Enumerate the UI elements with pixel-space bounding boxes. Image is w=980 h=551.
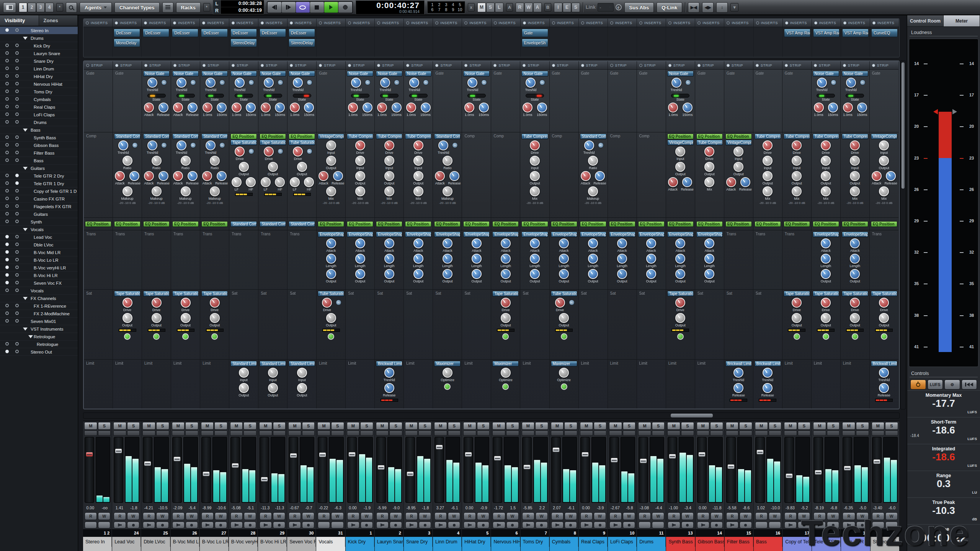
knob-gate[interactable] [232,103,242,112]
knob-input[interactable] [675,147,685,156]
knob-mix[interactable] [792,186,802,196]
module-on-button[interactable] [444,383,451,390]
track-row[interactable]: B-Voc Lo LR [0,256,78,264]
knob-output[interactable] [733,162,743,172]
write-automation-button[interactable]: W [156,512,168,520]
trans-slot[interactable]: EnvelopeShaperAttackLengthOutput [666,230,695,290]
write-automation-button[interactable]: W [127,512,139,520]
monitor-button[interactable] [755,522,768,528]
read-automation-button[interactable]: R [347,512,359,520]
width-adjust-button[interactable]: ◀▶ [702,2,714,13]
eq-position-slot[interactable]: EQ Position [520,218,549,230]
knob-treshld[interactable] [380,78,390,88]
module-on-button[interactable] [328,333,334,340]
strip-state-dot[interactable] [377,64,380,67]
fader-handle[interactable] [873,459,880,464]
link-indicator-button[interactable] [710,430,723,436]
eq-position-slot[interactable]: EQ Position [84,218,113,230]
gate-slot[interactable]: Noise GateTreshldscState1.0ms150ms [462,70,491,132]
fader-handle[interactable] [611,458,618,463]
strip-header[interactable]: STRIP [317,61,346,69]
module-title[interactable]: Noise Gate [667,71,694,77]
insert-slot-button[interactable]: VST Amp Rack [842,29,869,37]
listen-button[interactable] [856,522,869,528]
fader-track[interactable] [493,437,502,503]
knob-treshld[interactable] [671,78,681,88]
track-row[interactable]: Seven Voc FX [0,279,78,287]
track-group-row[interactable]: FX Channels [0,295,78,302]
knob-length[interactable] [355,254,365,264]
sidechain-button[interactable]: sc [481,80,487,85]
trans-slot[interactable]: EnvelopeShaperAttackLengthOutput [608,230,637,290]
listen-button[interactable] [769,522,781,528]
racks-button[interactable]: Racks [176,2,201,13]
marker-button[interactable]: 4 [450,2,456,7]
knob-length[interactable] [501,254,511,264]
solo-button[interactable]: S [331,422,344,430]
trans-slot[interactable]: Trans [782,230,811,290]
link-edit-button[interactable]: e [616,4,622,10]
fader-track[interactable] [697,437,707,503]
knob-output[interactable] [617,269,627,279]
sidechain-button[interactable]: sc [161,80,167,85]
write-automation-button[interactable]: W [652,512,664,520]
eq-position-chip[interactable]: EQ Position [347,221,373,227]
module-title[interactable]: EnvelopeShaper [405,231,431,237]
mute-button[interactable]: M [492,422,505,430]
knob-gate[interactable] [843,103,853,112]
eq-position-chip[interactable]: EQ Position [492,221,519,227]
gate-slot[interactable]: Noise GateTreshldscState1.0ms150ms [520,70,549,132]
sat-slot[interactable]: Sat [579,290,608,360]
knob-treshld[interactable] [147,140,157,150]
fader-handle[interactable] [552,447,560,452]
edit-channel-button[interactable] [463,430,476,436]
knob-treshld[interactable] [384,368,394,378]
solo-button[interactable]: S [302,422,315,430]
eq-position-chip[interactable]: EQ Position [580,221,606,227]
module-title[interactable]: Noise Gate [230,71,257,77]
module-title[interactable]: Tube Compressor [842,134,868,139]
go-to-next-marker-button[interactable] [282,2,296,13]
knob-input[interactable] [239,368,249,378]
track-row[interactable]: FX 1-REverence [0,302,78,310]
edit-channel-button[interactable] [288,430,301,436]
fader-track[interactable] [784,437,794,503]
zone-dot[interactable] [15,235,19,238]
fader-handle[interactable] [727,464,735,469]
chip-b[interactable]: B [544,3,551,11]
link-indicator-button[interactable] [506,430,519,436]
rwa-button-a[interactable]: A [533,3,542,12]
sidechain-button[interactable]: sc [161,142,167,148]
insert-slot-button[interactable]: DeEsser [143,29,169,37]
zone-dot[interactable] [15,258,19,261]
channel-name[interactable]: Bass [754,537,782,547]
knob-length[interactable] [588,254,598,264]
sat-slot[interactable]: Sat [84,290,113,360]
mute-button[interactable]: M [142,422,155,430]
rack-vertical-scrollbar[interactable] [900,60,906,409]
module-subtitle[interactable]: Tape Saturation [260,140,286,145]
module-title[interactable]: Tube Compressor [521,134,548,139]
listen-button[interactable] [98,522,110,528]
fader-track[interactable] [464,437,473,503]
collapse-triangle-icon[interactable] [23,297,28,300]
solo-button[interactable]: S [623,422,636,430]
eq-position-chip[interactable]: EQ Position [842,221,868,227]
edit-channel-button[interactable] [813,430,826,436]
listen-button[interactable] [506,522,519,528]
meter-reset-button[interactable] [962,380,977,390]
visibility-dot[interactable] [5,135,9,139]
eq-position-slot[interactable]: EQ Position [404,218,433,230]
track-row[interactable]: Stereo In [0,27,78,34]
visibility-dot[interactable] [5,220,9,223]
fader-handle[interactable] [436,445,443,450]
fader-track[interactable] [580,437,590,503]
monitor-button[interactable] [609,522,622,528]
visibility-dot[interactable] [5,342,9,346]
solo-button[interactable]: S [535,422,548,430]
config-slot-button[interactable]: 4 [45,3,54,12]
strip-header[interactable]: STRIP [695,61,724,69]
track-row[interactable]: Vocals [0,287,78,295]
knob-input[interactable] [355,156,365,166]
link-indicator-button[interactable] [856,430,869,436]
